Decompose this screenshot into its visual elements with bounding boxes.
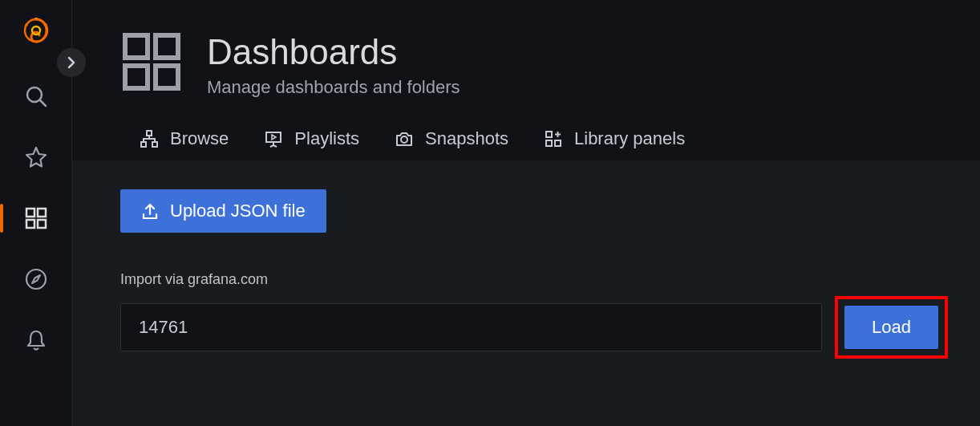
tab-library-panels[interactable]: Library panels [544, 128, 685, 149]
tab-label: Library panels [574, 128, 685, 149]
svg-rect-18 [546, 140, 552, 146]
tab-label: Browse [170, 128, 229, 149]
page-subtitle: Manage dashboards and folders [207, 77, 460, 98]
upload-label: Upload JSON file [170, 201, 306, 221]
grafana-logo-icon [20, 16, 52, 51]
svg-point-16 [401, 136, 407, 143]
load-highlight: Load [835, 296, 948, 359]
dashboard-icon [24, 206, 48, 230]
svg-rect-12 [147, 131, 152, 136]
svg-rect-6 [38, 220, 46, 228]
upload-json-button[interactable]: Upload JSON file [120, 189, 326, 233]
svg-rect-14 [152, 142, 157, 147]
tab-label: Snapshots [425, 128, 508, 149]
camera-icon [395, 129, 414, 148]
page-title: Dashboards [207, 32, 460, 72]
tab-snapshots[interactable]: Snapshots [395, 128, 508, 149]
search-icon [24, 84, 48, 108]
page-icon [122, 32, 181, 95]
import-label: Import via grafana.com [120, 271, 948, 288]
svg-point-0 [25, 19, 47, 42]
load-button[interactable]: Load [844, 306, 938, 349]
svg-rect-10 [125, 66, 148, 88]
nav-starred[interactable] [18, 140, 54, 175]
nav-explore[interactable] [18, 262, 54, 297]
tab-browse[interactable]: Browse [140, 128, 229, 149]
svg-rect-9 [156, 35, 178, 58]
svg-rect-11 [156, 66, 178, 88]
svg-point-7 [26, 270, 46, 289]
upload-icon [141, 202, 159, 220]
nav-alerts[interactable] [18, 323, 54, 358]
library-panel-icon [544, 129, 563, 148]
svg-rect-3 [26, 209, 34, 217]
presentation-icon [264, 129, 283, 148]
tabs: Browse Playlists Snapshots Li [98, 98, 980, 160]
import-section: Import via grafana.com Load [120, 271, 948, 359]
content-area: Upload JSON file Import via grafana.com … [72, 160, 980, 426]
svg-rect-13 [141, 142, 146, 147]
nav-dashboards[interactable] [18, 201, 54, 236]
main-content: Dashboards Manage dashboards and folders… [72, 0, 980, 426]
svg-rect-8 [125, 35, 148, 58]
sitemap-icon [140, 129, 159, 148]
tab-playlists[interactable]: Playlists [264, 128, 359, 149]
sidebar [0, 0, 72, 426]
svg-rect-4 [38, 209, 46, 217]
svg-rect-17 [546, 132, 552, 137]
tab-label: Playlists [294, 128, 359, 149]
grafana-logo[interactable] [17, 14, 55, 53]
compass-icon [24, 267, 48, 291]
nav-search[interactable] [18, 79, 54, 114]
svg-rect-5 [26, 220, 34, 228]
page-header: Dashboards Manage dashboards and folders [98, 32, 980, 98]
import-id-input[interactable] [120, 303, 822, 351]
chevron-right-icon [65, 56, 78, 69]
expand-sidebar-button[interactable] [57, 48, 86, 77]
svg-line-2 [40, 100, 46, 106]
svg-rect-19 [555, 140, 561, 146]
dashboard-icon [122, 32, 181, 91]
svg-rect-15 [266, 132, 281, 142]
bell-icon [24, 328, 48, 352]
star-icon [24, 145, 48, 169]
